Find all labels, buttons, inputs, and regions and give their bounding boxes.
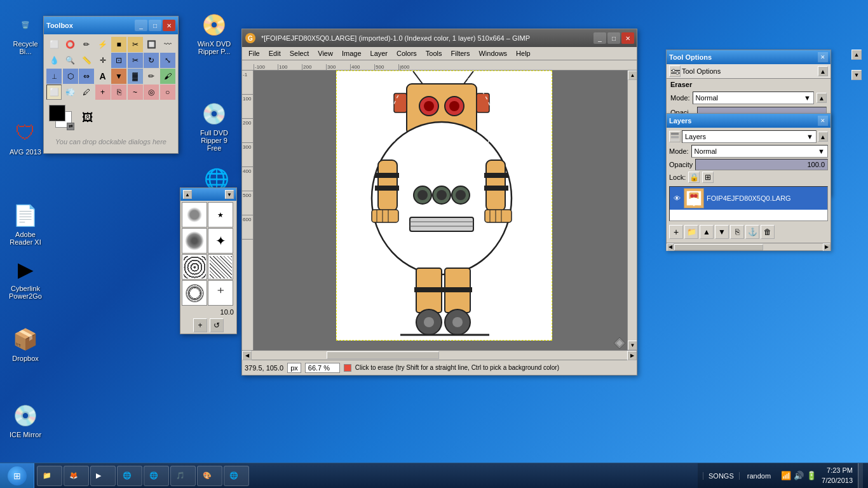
brushes-scroll-up[interactable]: ▲	[183, 190, 192, 199]
show-desktop-btn[interactable]	[858, 463, 863, 489]
toolbox-close[interactable]: ✕	[163, 20, 175, 31]
brush-item-8[interactable]: ⁺	[208, 280, 233, 306]
mode-scroll-up[interactable]: ▲	[817, 93, 827, 103]
tool-align[interactable]: ⊡	[111, 53, 126, 68]
tool-flip[interactable]: ⇔	[79, 69, 94, 84]
tool-shear[interactable]: ⟂	[46, 69, 62, 84]
panel-area-scroll-up[interactable]: ▲	[851, 50, 862, 60]
scroll-thumb-h[interactable]	[327, 351, 439, 359]
tool-paths[interactable]: 〰	[160, 37, 175, 52]
tool-zoom[interactable]: 🔍	[63, 53, 78, 68]
taskbar-media[interactable]: ▶	[90, 466, 116, 486]
toolbox-titlebar[interactable]: Toolbox _ □ ✕	[44, 17, 178, 34]
tool-blur[interactable]: ◎	[144, 85, 159, 100]
menu-filters[interactable]: Filters	[447, 48, 474, 58]
taskbar-chrome[interactable]: 🌐	[144, 466, 169, 486]
scrollbar-h[interactable]: ◀ ▶	[242, 350, 637, 360]
scroll-left-btn[interactable]: ◀	[242, 351, 252, 360]
layers-folder-btn[interactable]: 📁	[684, 225, 698, 239]
tool-heal[interactable]: +	[95, 85, 111, 100]
tool-bucket-fill[interactable]: ▼	[111, 69, 126, 84]
scroll-up-btn[interactable]: ▲	[628, 71, 637, 80]
toolbox-maximize[interactable]: □	[149, 20, 161, 31]
brush-item-1[interactable]	[182, 202, 207, 227]
panel-area-scroll-down[interactable]: ▼	[851, 70, 862, 80]
tool-rotate[interactable]: ↻	[144, 53, 159, 68]
menu-view[interactable]: View	[314, 48, 337, 58]
layers-icon-btn[interactable]	[669, 131, 681, 142]
layers-titlebar[interactable]: Layers ✕	[667, 114, 831, 128]
scroll-down-btn[interactable]: ▼	[628, 341, 637, 350]
layers-up-btn[interactable]: ▲	[700, 225, 714, 239]
tool-airbrush[interactable]: 💨	[63, 85, 78, 100]
desktop-icon-fulldvd[interactable]: 💿 Full DVD Ripper 9 Free	[194, 98, 234, 154]
desktop-icon-adobe[interactable]: 📄 Adobe Reader XI	[5, 200, 46, 248]
battery-icon[interactable]: 🔋	[806, 471, 817, 480]
network-tray-icon[interactable]: 📶	[781, 471, 791, 480]
tool-smudge[interactable]: ~	[128, 85, 143, 100]
brushes-scroll-down[interactable]: ▼	[225, 190, 234, 199]
scrollbar-v[interactable]: ▲ ▼	[627, 71, 637, 350]
tool-options-titlebar[interactable]: Tool Options ✕	[667, 50, 831, 64]
clock[interactable]: 7:23 PM 7/20/2013	[822, 466, 853, 485]
gimp-canvas[interactable]: ▲ ▼	[254, 71, 637, 350]
menu-help[interactable]: Help	[512, 48, 534, 58]
layer-visibility-btn[interactable]: 👁	[672, 194, 681, 203]
layers-opacity-slider[interactable]: 100.0	[695, 159, 828, 170]
random-btn[interactable]: random	[742, 472, 776, 480]
lock-pixels-btn[interactable]: 🔒	[688, 172, 700, 183]
unit-selector[interactable]: px	[287, 363, 301, 373]
menu-select[interactable]: Select	[286, 48, 313, 58]
toolbox-minimize[interactable]: _	[135, 20, 147, 31]
lock-alpha-btn[interactable]: ⊞	[702, 172, 714, 183]
menu-colors[interactable]: Colors	[393, 48, 421, 58]
tool-options-icon[interactable]	[669, 65, 681, 77]
menu-file[interactable]: File	[245, 48, 264, 58]
gimp-close[interactable]: ✕	[621, 32, 634, 44]
tool-options-scroll-up[interactable]: ▲	[818, 66, 828, 76]
desktop-icon-recycle[interactable]: 🗑️ Recycle Bi...	[5, 10, 46, 58]
volume-icon[interactable]: 🔊	[794, 471, 804, 480]
desktop-icon-cyberlink[interactable]: ▶ Cyberlink Power2Go	[5, 254, 46, 302]
tool-eraser[interactable]: ⬜	[46, 85, 62, 100]
taskbar-music[interactable]: 🎵	[170, 466, 196, 486]
tool-move[interactable]: ✛	[95, 53, 111, 68]
layers-scrollbar-h[interactable]: ◀ ▶	[667, 243, 831, 250]
menu-layer[interactable]: Layer	[367, 48, 392, 58]
tool-dodge[interactable]: ○	[160, 85, 175, 100]
tool-clone[interactable]: ⎘	[111, 85, 126, 100]
tool-blend[interactable]: ▓	[128, 69, 143, 84]
brush-item-2[interactable]: ★	[208, 202, 233, 227]
tool-fg-select[interactable]: 🔲	[144, 37, 159, 52]
tool-pencil[interactable]: ✏	[144, 69, 159, 84]
menu-image[interactable]: Image	[338, 48, 365, 58]
tool-measure[interactable]: 📏	[79, 53, 94, 68]
desktop-icon-winx[interactable]: 📀 WinX DVD Ripper P...	[194, 10, 234, 58]
fg-color[interactable]	[49, 105, 65, 121]
layers-delete-btn[interactable]: 🗑	[761, 225, 775, 239]
menu-tools[interactable]: Tools	[422, 48, 446, 58]
scroll-right-btn[interactable]: ▶	[627, 351, 637, 360]
tool-perspective[interactable]: ⬡	[63, 69, 78, 84]
layers-scroll-right[interactable]: ▶	[823, 243, 831, 251]
tool-paintbrush[interactable]: 🖌	[160, 69, 175, 84]
mode-dropdown[interactable]: Normal ▼	[693, 92, 814, 104]
layer-item-1[interactable]: 👁 FOIP4EJFD80X5Q0.LARG	[670, 187, 827, 210]
zoom-selector[interactable]: 66.7 %	[305, 363, 340, 373]
layers-close[interactable]: ✕	[818, 116, 828, 126]
tool-ellipse-select[interactable]: ⭕	[63, 37, 78, 52]
tool-scale[interactable]: ⤡	[160, 53, 175, 68]
layers-anchor-btn[interactable]: ⚓	[745, 225, 759, 239]
brushes-titlebar[interactable]: ▲ ▼	[180, 188, 236, 201]
gimp-titlebar[interactable]: G *[FOIP4EJFD80X5Q0.LARGE] (imported)-1.…	[242, 29, 637, 47]
tool-text[interactable]: A	[95, 69, 111, 84]
brush-new-btn[interactable]: +	[193, 318, 207, 332]
layers-down-btn[interactable]: ▼	[715, 225, 729, 239]
desktop-icon-avg[interactable]: 🛡 AVG 2013	[5, 118, 46, 158]
tool-ink[interactable]: 🖊	[79, 85, 94, 100]
layers-mode-dropdown[interactable]: Normal ▼	[691, 145, 828, 158]
tool-free-select[interactable]: ✏	[79, 37, 94, 52]
tool-color-picker[interactable]: 💧	[46, 53, 62, 68]
brush-item-6[interactable]	[208, 254, 233, 280]
tool-color-select[interactable]: ■	[111, 37, 126, 52]
